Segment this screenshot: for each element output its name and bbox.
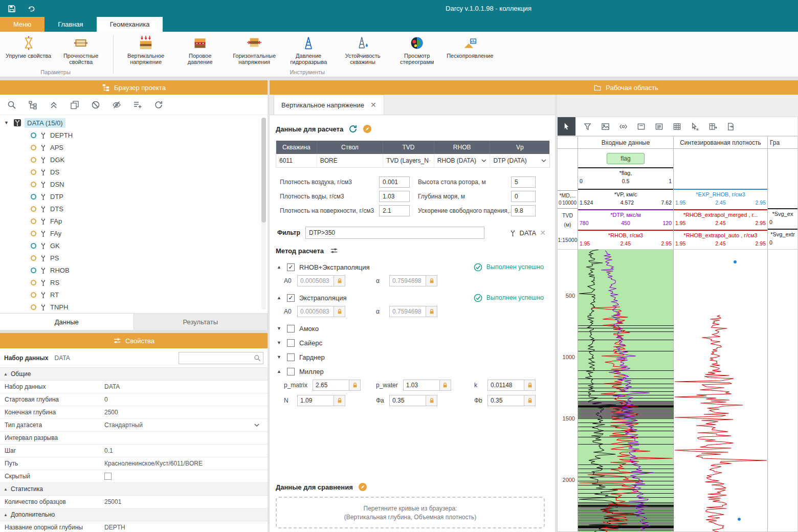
collapse-icon[interactable]: ▲ (4, 487, 8, 492)
refresh-button[interactable] (154, 100, 163, 109)
lock-icon[interactable] (334, 395, 345, 406)
vp-select[interactable]: DTP (DATA) (490, 154, 549, 167)
sea-depth-input[interactable] (511, 191, 536, 202)
block-button[interactable] (91, 100, 100, 109)
collapse-icon[interactable]: ▲ (4, 372, 8, 376)
method-checkbox[interactable] (287, 325, 295, 332)
chevron-down-icon[interactable] (254, 424, 259, 427)
tree-item-FAp[interactable]: FAp (0, 215, 268, 227)
curve-header[interactable]: *VP, км/с1.5244.5727.62 (578, 189, 673, 209)
collapse-icon[interactable]: ▲ (4, 513, 8, 517)
property-section-11[interactable]: ▲Дополнительно (0, 508, 268, 521)
param-input[interactable] (389, 395, 426, 406)
method-row-0[interactable]: ▲✓RHOB+ЭкстраполяцияВыполнен успешно (276, 260, 550, 274)
rhob-select[interactable]: RHOB (DATA) (434, 154, 491, 167)
tree-item-DSN[interactable]: DSN (0, 178, 268, 190)
tab-data[interactable]: Данные (0, 314, 134, 330)
tree-item-TNPH[interactable]: TNPH (0, 301, 268, 313)
curve-header[interactable]: *Svg_extr0 (768, 229, 797, 249)
curve-header[interactable]: *RHOB_extrapol_auto , г/см31.952.452.95 (674, 230, 767, 249)
method-checkbox[interactable] (287, 353, 295, 361)
compass-icon[interactable] (363, 124, 372, 134)
property-section-0[interactable]: ▲Общие (0, 368, 268, 381)
compass-icon[interactable] (358, 482, 367, 492)
lock-icon[interactable] (440, 380, 451, 391)
strength-properties-button[interactable]: Прочностные свойства (54, 33, 108, 66)
lock-icon[interactable] (524, 380, 536, 391)
param-input[interactable] (487, 380, 524, 391)
elastic-properties-button[interactable]: Упругие свойства (3, 33, 54, 60)
horizontal-stress-button[interactable]: Горизонтальные напряжения (227, 33, 281, 66)
param-input[interactable] (297, 395, 334, 406)
inspect-tool-button[interactable] (686, 117, 704, 136)
hide-button[interactable] (112, 100, 121, 109)
add-panel-button[interactable] (632, 117, 650, 136)
export-data-button[interactable] (722, 117, 740, 136)
pore-pressure-button[interactable]: Поровое давление (173, 33, 227, 66)
curve-header[interactable]: *EXP_RHOB, г/см31.952.452.95 (674, 189, 767, 209)
properties-search-input[interactable] (181, 354, 254, 362)
sand-production-button[interactable]: Пескопроявление (444, 33, 496, 60)
tab-results[interactable]: Результаты (134, 314, 268, 330)
expand-icon[interactable]: ▼ (277, 340, 282, 345)
input-data-track[interactable] (578, 250, 674, 531)
expand-icon[interactable]: ▼ (277, 326, 282, 331)
method-row-1[interactable]: ▲✓ЭкстраполяцияВыполнен успешно (276, 291, 550, 305)
method-row-3[interactable]: ▼Сайерс (276, 336, 550, 350)
rotor-table-height-input[interactable] (511, 176, 536, 188)
tree-item-RS[interactable]: RS (0, 276, 268, 289)
plot-body[interactable]: 500100015002000 (557, 250, 798, 532)
collapse-icon[interactable]: ▲ (277, 264, 282, 270)
lock-icon[interactable] (524, 395, 536, 406)
copy-button[interactable] (70, 100, 79, 109)
curve-header[interactable]: *DTP, мкс/м780450120 (578, 209, 673, 230)
curve-header[interactable]: *flag,00.51 (578, 167, 673, 189)
property-value[interactable]: Стандартный (104, 422, 143, 429)
save-button[interactable] (4, 2, 19, 15)
compare-dropzone[interactable]: Перетяните кривые из браузера: (Вертикал… (276, 497, 545, 528)
flag-chip[interactable]: flag (607, 153, 644, 164)
scrollbar-thumb[interactable] (261, 118, 266, 223)
lock-icon[interactable] (426, 275, 437, 286)
param-input[interactable] (487, 395, 524, 406)
param-input[interactable] (297, 275, 334, 286)
param-input[interactable] (297, 306, 334, 317)
export-image-button[interactable] (596, 117, 614, 136)
curve-header[interactable]: *Svg_ex0 (768, 208, 797, 229)
lock-icon[interactable] (334, 306, 345, 317)
collapse-icon[interactable]: ▲ (277, 369, 282, 374)
method-row-5[interactable]: ▲Миллер (276, 364, 550, 379)
tree-item-DTP[interactable]: DTP (0, 190, 268, 203)
tree-view-button[interactable] (28, 100, 37, 109)
tree-item-DGK[interactable]: DGK (0, 153, 268, 166)
tree-item-FAy[interactable]: FAy (0, 227, 268, 239)
collapse-all-button[interactable] (49, 100, 58, 109)
lock-icon[interactable] (349, 380, 361, 391)
filter-dataset-badge[interactable]: DATA ✕ (509, 229, 550, 237)
tab-vertical-stress[interactable]: Вертикальное напряжение ✕ (274, 95, 384, 115)
expander-icon[interactable]: ▼ (4, 120, 10, 125)
tree-root-data[interactable]: ▼ DATA (15/0) (0, 117, 268, 129)
hidden-checkbox[interactable] (104, 473, 112, 480)
group-input-data[interactable]: Входные данные (578, 137, 674, 148)
water-density-input[interactable] (379, 191, 410, 202)
group-cutoff[interactable]: Гра (768, 137, 797, 148)
lock-icon[interactable] (426, 395, 437, 406)
code-view-button[interactable] (614, 117, 632, 136)
undo-button[interactable] (24, 2, 39, 15)
gravity-input[interactable] (511, 205, 536, 216)
frac-pressure-button[interactable]: Давление гидроразрыва (281, 33, 336, 66)
tree-item-RHOB[interactable]: RHOB (0, 264, 268, 276)
property-section-9[interactable]: ▲Статистика (0, 483, 268, 496)
tree-item-APS[interactable]: APS (0, 141, 268, 153)
tree-scrollbar[interactable] (261, 118, 266, 309)
fill-tool-button[interactable] (579, 117, 596, 136)
select-tool-button[interactable] (558, 117, 575, 136)
method-row-2[interactable]: ▼Амоко (276, 321, 550, 336)
tree-item-PS[interactable]: PS (0, 252, 268, 264)
stereogram-view-button[interactable]: Просмотр стереограмм (390, 33, 444, 66)
param-input[interactable] (389, 275, 426, 286)
tree-item-GK[interactable]: GK (0, 239, 268, 252)
wellbore-stability-button[interactable]: Устойчивость скважины (336, 33, 390, 66)
method-row-4[interactable]: ▼Гарднер (276, 350, 550, 364)
